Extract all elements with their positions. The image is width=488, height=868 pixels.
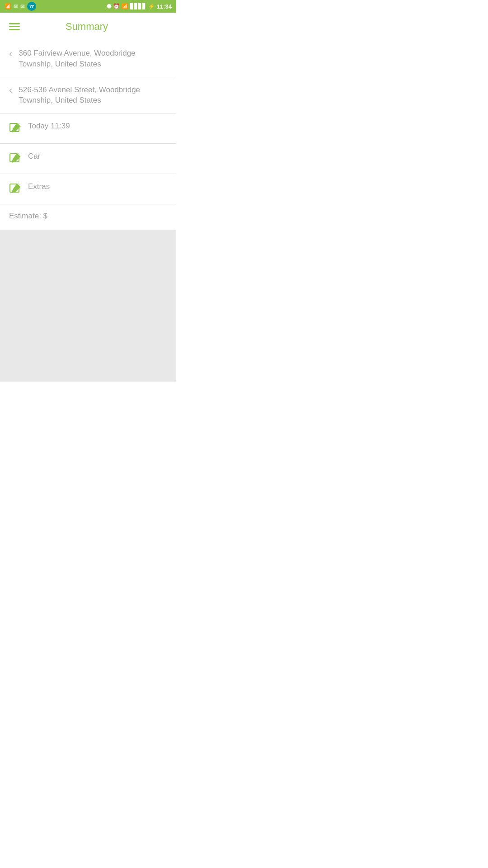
extras-text: Extras xyxy=(28,181,50,192)
gray-area xyxy=(0,230,176,382)
main-content: ‹ 360 Fairview Avenue, Woodbridge Townsh… xyxy=(0,41,176,382)
datetime-text: Today 11:39 xyxy=(28,121,70,132)
chevron-left-icon-2: ‹ xyxy=(9,85,12,96)
bluetooth-icon: ⬣ xyxy=(107,3,111,9)
address1-text: 360 Fairview Avenue, Woodbridge Township… xyxy=(19,48,167,70)
status-bar: 📶 ✉ ✉ ٢٢ ⬣ ⏰ 📶 ▋▋▋▋ ⚡ 11:34 xyxy=(0,0,176,13)
vehicle-edit-icon xyxy=(9,152,22,166)
datetime-edit-icon xyxy=(9,122,22,136)
vehicle-row[interactable]: Car xyxy=(0,144,176,174)
status-left: 📶 ✉ ✉ ٢٢ xyxy=(5,2,36,11)
battery-icon: ⚡ xyxy=(148,3,155,9)
extras-edit-icon xyxy=(9,182,22,197)
datetime-row[interactable]: Today 11:39 xyxy=(0,113,176,144)
page-title: Summary xyxy=(20,21,154,33)
estimate-text: Estimate: $ xyxy=(9,212,47,220)
estimate-row: Estimate: $ xyxy=(0,204,176,230)
wifi-icon: 📶 xyxy=(5,3,11,9)
summary-list: ‹ 360 Fairview Avenue, Woodbridge Townsh… xyxy=(0,41,176,230)
menu-line-3 xyxy=(9,29,20,30)
menu-line-2 xyxy=(9,26,20,28)
header: Summary xyxy=(0,13,176,41)
address1-row[interactable]: ‹ 360 Fairview Avenue, Woodbridge Townsh… xyxy=(0,41,176,77)
menu-line-1 xyxy=(9,23,20,24)
chevron-left-icon-1: ‹ xyxy=(9,48,12,59)
time-display: 11:34 xyxy=(157,3,172,10)
back-icon-1: ‹ xyxy=(9,49,12,59)
extras-row[interactable]: Extras xyxy=(0,174,176,204)
page: 📶 ✉ ✉ ٢٢ ⬣ ⏰ 📶 ▋▋▋▋ ⚡ 11:34 Summary ‹ xyxy=(0,0,176,382)
back-icon-2: ‹ xyxy=(9,85,12,95)
vehicle-text: Car xyxy=(28,151,40,162)
menu-button[interactable] xyxy=(9,23,20,30)
alarm-icon: ⏰ xyxy=(113,3,120,9)
notification-badge: ٢٢ xyxy=(27,2,36,11)
bars-icon: ▋▋▋▋ xyxy=(130,3,146,9)
address2-text: 526-536 Avenel Street, Woodbridge Townsh… xyxy=(19,85,167,106)
email-icon: ✉ xyxy=(14,3,18,9)
signal-icon: 📶 xyxy=(122,3,128,9)
status-right: ⬣ ⏰ 📶 ▋▋▋▋ ⚡ 11:34 xyxy=(107,3,172,10)
address2-row[interactable]: ‹ 526-536 Avenel Street, Woodbridge Town… xyxy=(0,77,176,114)
email-at-icon: ✉ xyxy=(20,3,25,9)
